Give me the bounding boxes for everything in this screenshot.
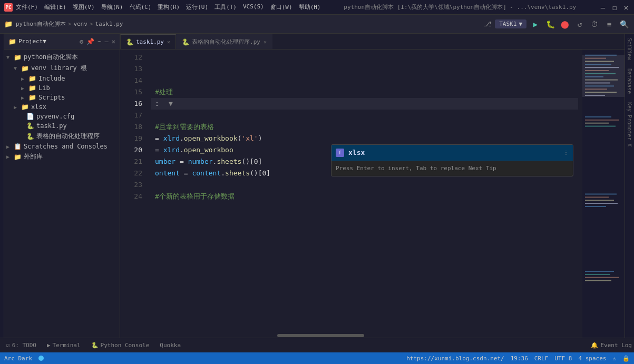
tab-table-close[interactable]: ✕: [264, 39, 267, 45]
tree-label-venv: venv library 根: [31, 64, 87, 73]
window-controls[interactable]: — ☐ ✕: [599, 4, 630, 11]
tree-item-lib[interactable]: ▶ 📁 Lib: [4, 83, 120, 93]
tree-label-external: 外部库: [24, 152, 43, 161]
menu-bar[interactable]: 文件(F) 编辑(E) 视图(V) 导航(N) 代码(C) 重构(R) 运行(U…: [16, 3, 321, 11]
menu-view[interactable]: 视图(V): [73, 3, 95, 11]
status-indent[interactable]: 4 spaces: [578, 355, 606, 362]
title-bar: PC 文件(F) 编辑(E) 视图(V) 导航(N) 代码(C) 重构(R) 运…: [0, 0, 634, 15]
code-20-content: = xlrd.open_workboo: [155, 144, 233, 156]
theme-name: Arc Dark: [4, 355, 32, 362]
tree-item-include[interactable]: ▶ 📁 Include: [4, 74, 120, 83]
folder-icon-root: 📁: [14, 54, 22, 61]
tab-todo[interactable]: ☑ 6: TODO: [2, 341, 41, 350]
debug-button[interactable]: 🐛: [544, 18, 556, 30]
tree-item-scratches[interactable]: ▶ 📋 Scratches and Consoles: [4, 142, 120, 151]
menu-refactor[interactable]: 重构(R): [158, 3, 180, 11]
theme-color-dot: [38, 356, 44, 361]
menu-vcs[interactable]: VCS(S): [243, 3, 264, 11]
run-config[interactable]: TASK1 ▼: [495, 19, 526, 28]
lock-icon: 🔒: [622, 355, 630, 362]
line-num-20: 20: [124, 144, 142, 156]
tree-item-task1[interactable]: ▶ 🐍 task1.py: [4, 121, 120, 131]
code-line-17: [151, 110, 578, 121]
folder-icon-venv: 📁: [21, 65, 29, 72]
run-config-chevron[interactable]: ▼: [519, 21, 522, 27]
event-log-section[interactable]: 🔔 Event Log: [591, 342, 632, 349]
bottom-bar-right: https://xunmi.blog.csdn.net/ 19:36 CRLF …: [406, 355, 630, 362]
panel-title[interactable]: Project▼: [18, 38, 77, 45]
line-num-14: 14: [124, 75, 142, 86]
editor-body: 12 13 14 15 16 17 18 19 20 21 22 23 24: [120, 50, 625, 338]
status-crlf[interactable]: CRLF: [534, 355, 549, 362]
menu-edit[interactable]: 编辑(E): [44, 3, 66, 11]
sidebar-keypromoter[interactable]: Key Promoter X: [626, 98, 633, 151]
svg-rect-22: [585, 206, 606, 207]
search-button[interactable]: 🔍: [618, 18, 630, 30]
line-num-24: 24: [124, 191, 142, 202]
code-area[interactable]: #处理 ▼ : #且拿到需要的表格 = xlrd.open_workbook('…: [147, 50, 582, 338]
tree-label-lib: Lib: [38, 84, 50, 92]
tab-terminal[interactable]: ▶ Terminal: [43, 341, 85, 350]
menu-help[interactable]: 帮助(H): [299, 3, 321, 11]
tree-item-scripts[interactable]: ▶ 📁 Scripts: [4, 93, 120, 102]
sidebar-sciview[interactable]: SciView: [626, 34, 633, 64]
horizontal-scrollbar[interactable]: [147, 333, 582, 338]
stop-button[interactable]: ⬤: [559, 18, 571, 30]
panel-more-icon[interactable]: ⋯: [97, 38, 101, 45]
tree-arrow-scripts: ▶: [21, 95, 26, 101]
left-strip: [0, 34, 4, 338]
profile-button[interactable]: ⏱: [589, 18, 600, 30]
todo-icon: ☑: [6, 342, 10, 349]
coverage-button[interactable]: ↺: [574, 18, 586, 30]
scroll-thumb[interactable]: [277, 334, 364, 337]
sidebar-database[interactable]: Database: [626, 64, 633, 98]
breadcrumb-file[interactable]: task1.py: [95, 21, 123, 27]
menu-file[interactable]: 文件(F): [16, 3, 38, 11]
code-line-16: ▼ :: [151, 98, 578, 110]
tree-item-external[interactable]: ▶ 📁 外部库: [4, 151, 120, 162]
panel-pin-icon[interactable]: 📌: [86, 38, 94, 45]
menu-code[interactable]: 代码(C): [130, 3, 152, 11]
menu-navigate[interactable]: 导航(N): [101, 3, 123, 11]
autocomplete-more-icon[interactable]: ⋮: [563, 147, 569, 159]
maximize-button[interactable]: ☐: [611, 4, 618, 11]
autocomplete-item[interactable]: f xlsx ⋮: [331, 145, 573, 161]
settings-button[interactable]: ≡: [603, 18, 615, 30]
close-button[interactable]: ✕: [622, 4, 630, 11]
menu-window[interactable]: 窗口(W): [270, 3, 292, 11]
tree-label-include: Include: [38, 75, 65, 82]
panel-close-icon[interactable]: ✕: [112, 38, 115, 45]
panel-settings-icon[interactable]: ⚙: [80, 38, 83, 45]
tab-task1[interactable]: 🐍 task1.py ✕: [120, 34, 176, 49]
menu-tools[interactable]: 工具(T): [214, 3, 237, 11]
minimize-button[interactable]: —: [599, 4, 607, 11]
svg-rect-25: [585, 277, 619, 278]
breadcrumb-sep1: >: [68, 21, 72, 27]
breadcrumb-venv[interactable]: venv: [73, 21, 87, 27]
tab-task1-close[interactable]: ✕: [167, 39, 170, 45]
code-18-content: #且拿到需要的表格: [155, 121, 214, 133]
code-line-24: #个新的表格用于存储数据: [151, 191, 578, 202]
tree-item-cfg[interactable]: ▶ 📄 pyvenv.cfg: [4, 112, 120, 121]
tree-item-root[interactable]: ▼ 📁 python自动化脚本: [4, 52, 120, 63]
git-icon[interactable]: ⎇: [484, 20, 492, 28]
panel-minimize-icon[interactable]: —: [105, 38, 109, 45]
tree-item-xlsx[interactable]: ▶ 📁 xlsx: [4, 102, 120, 112]
status-charset[interactable]: UTF-8: [554, 355, 572, 362]
tab-table[interactable]: 🐍 表格的自动化处理程序.py ✕: [176, 34, 272, 49]
spacer-table: ▶: [19, 133, 24, 139]
breadcrumb-sep2: >: [90, 21, 93, 27]
breadcrumb-project[interactable]: python自动化脚本: [16, 20, 66, 28]
autocomplete-popup[interactable]: f xlsx ⋮ Press Enter to insert, Tab to r…: [331, 144, 573, 176]
tab-python-console[interactable]: 🐍 Python Console: [87, 341, 154, 350]
menu-run[interactable]: 运行(U): [186, 3, 208, 11]
tree-item-venv[interactable]: ▼ 📁 venv library 根: [4, 63, 120, 74]
tree-item-table[interactable]: ▶ 🐍 表格的自动化处理程序: [4, 131, 120, 142]
breadcrumb: python自动化脚本 > venv > task1.py: [16, 20, 123, 28]
tab-quokka[interactable]: Quokka: [155, 341, 185, 350]
tree-arrow-xlsx: ▶: [14, 104, 19, 110]
svg-rect-21: [585, 203, 618, 204]
tab-terminal-label: Terminal: [53, 342, 81, 349]
fold-arrow[interactable]: ▼: [169, 98, 173, 110]
run-button[interactable]: ▶: [530, 18, 541, 30]
